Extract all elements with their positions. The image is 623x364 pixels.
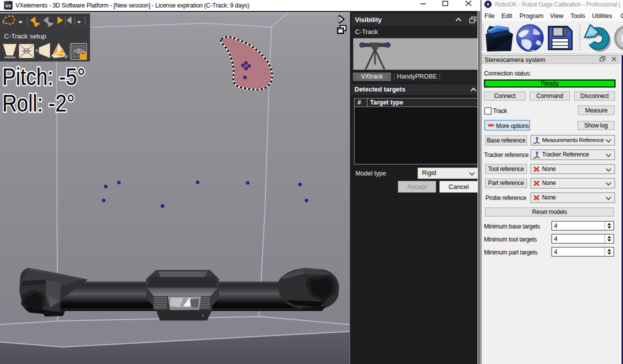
svg-text:C-Track setup: C-Track setup (4, 32, 46, 40)
svg-text:Roll: -2°: Roll: -2° (2, 90, 75, 116)
svg-text:Pitch: -5°: Pitch: -5° (2, 64, 86, 90)
